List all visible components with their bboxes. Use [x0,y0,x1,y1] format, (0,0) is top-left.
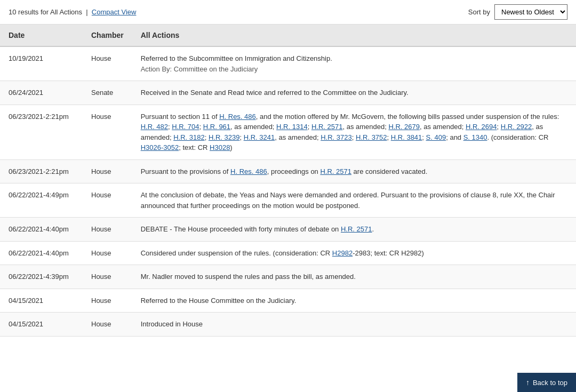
cell-action: DEBATE - The House proceeded with forty … [132,218,576,242]
cell-chamber: House [83,46,132,81]
table-row: 06/23/2021-2:21pmHousePursuant to the pr… [0,159,576,183]
cell-action: Received in the Senate and Read twice an… [132,81,576,105]
cell-date: 10/19/2021 [0,46,83,81]
cell-date: 06/23/2021-2:21pm [0,105,83,159]
cell-date: 04/15/2021 [0,313,83,337]
cell-action: Mr. Nadler moved to suspend the rules an… [132,265,576,289]
cell-chamber: House [83,218,132,242]
cell-chamber: House [83,183,132,218]
actions-table: Date Chamber All Actions 10/19/2021House… [0,25,576,337]
top-bar: 10 results for All Actions | Compact Vie… [0,0,576,25]
cell-action: Introduced in House [132,313,576,337]
compact-view-link[interactable]: Compact View [92,8,137,16]
cell-date: 06/24/2021 [0,81,83,105]
header-all-actions: All Actions [132,25,576,46]
table-row: 10/19/2021HouseReferred to the Subcommit… [0,46,576,81]
cell-date: 06/22/2021-4:40pm [0,241,83,265]
cell-action: Pursuant to the provisions of H. Res. 48… [132,159,576,183]
cell-chamber: House [83,289,132,313]
cell-date: 06/22/2021-4:40pm [0,218,83,242]
cell-chamber: Senate [83,81,132,105]
cell-date: 06/22/2021-4:39pm [0,265,83,289]
cell-date: 04/15/2021 [0,289,83,313]
cell-date: 06/22/2021-4:49pm [0,183,83,218]
sort-container: Sort by Newest to Oldest Oldest to Newes… [468,4,567,20]
results-info: 10 results for All Actions | Compact Vie… [9,8,136,16]
table-header-row: Date Chamber All Actions [0,25,576,46]
cell-chamber: House [83,159,132,183]
table-row: 04/15/2021HouseIntroduced in House [0,313,576,337]
sort-select[interactable]: Newest to Oldest Oldest to Newest [494,4,567,20]
cell-action: Pursuant to section 11 of H. Res. 486, a… [132,105,576,159]
results-count: 10 results for All Actions [9,8,82,16]
table-row: 06/22/2021-4:39pmHouseMr. Nadler moved t… [0,265,576,289]
cell-action: At the conclusion of debate, the Yeas an… [132,183,576,218]
sort-label: Sort by [468,8,490,16]
cell-date: 06/23/2021-2:21pm [0,159,83,183]
cell-chamber: House [83,265,132,289]
table-row: 06/22/2021-4:40pmHouseConsidered under s… [0,241,576,265]
cell-chamber: House [83,241,132,265]
action-subtext: Action By: Committee on the Judiciary [141,64,567,75]
cell-action: Referred to the Subcommittee on Immigrat… [132,46,576,81]
table-row: 06/23/2021-2:21pmHousePursuant to sectio… [0,105,576,159]
table-row: 06/24/2021SenateReceived in the Senate a… [0,81,576,105]
header-chamber: Chamber [83,25,132,46]
cell-chamber: House [83,313,132,337]
cell-action: Considered under suspension of the rules… [132,241,576,265]
table-row: 06/22/2021-4:40pmHouseDEBATE - The House… [0,218,576,242]
table-row: 06/22/2021-4:49pmHouseAt the conclusion … [0,183,576,218]
cell-chamber: House [83,105,132,159]
table-row: 04/15/2021HouseReferred to the House Com… [0,289,576,313]
cell-action: Referred to the House Committee on the J… [132,289,576,313]
header-date: Date [0,25,83,46]
